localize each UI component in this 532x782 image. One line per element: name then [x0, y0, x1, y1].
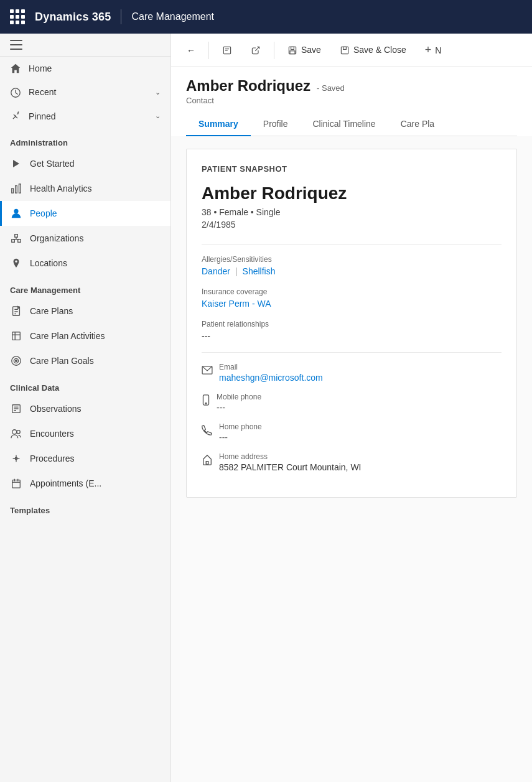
care-plans-icon — [10, 305, 22, 317]
tab-summary[interactable]: Summary — [186, 113, 251, 136]
save-close-label: Save & Close — [353, 45, 406, 55]
divider-2 — [202, 352, 502, 353]
email-value[interactable]: maheshgn@microsoft.com — [219, 373, 323, 383]
sidebar-item-get-started[interactable]: Get Started — [0, 151, 170, 176]
pinned-chevron-icon: ⌄ — [155, 112, 161, 120]
sidebar-item-pinned-label: Pinned — [29, 111, 56, 121]
home-address-label: Home address — [219, 452, 362, 461]
tab-care-plan[interactable]: Care Pla — [388, 113, 447, 136]
home-phone-value: --- — [219, 432, 262, 442]
svg-point-5 — [14, 209, 18, 213]
sidebar-item-organizations-label: Organizations — [30, 233, 83, 243]
sidebar-item-encounters-label: Encounters — [30, 429, 74, 439]
allergy-separator: | — [235, 266, 238, 276]
svg-rect-31 — [12, 480, 21, 488]
save-close-icon — [340, 45, 350, 55]
email-label: Email — [219, 363, 323, 371]
observations-icon — [10, 403, 22, 415]
save-button[interactable]: Save — [279, 40, 329, 60]
play-icon — [10, 157, 22, 170]
allergy-dander-link[interactable]: Dander — [202, 266, 230, 276]
location-icon — [10, 257, 22, 269]
home-address-details: Home address 8582 PALMITER Court Mountai… — [219, 452, 362, 472]
save-close-button[interactable]: Save & Close — [332, 40, 414, 60]
sidebar-item-recent[interactable]: Recent ⌄ — [0, 80, 170, 104]
svg-rect-7 — [15, 235, 18, 238]
sidebar-item-procedures-label: Procedures — [30, 454, 75, 463]
insurance-label: Insurance coverage — [202, 287, 502, 296]
care-mgmt-section-header: Care Management — [0, 276, 170, 299]
mobile-phone-details: Mobile phone --- — [217, 393, 261, 412]
new-button[interactable]: + N — [417, 39, 450, 61]
admin-section-header: Administration — [0, 128, 170, 151]
activities-icon — [10, 330, 22, 342]
appointments-icon — [10, 477, 22, 490]
home-phone-details: Home phone --- — [219, 422, 262, 442]
relationships-section: Patient relationships --- — [202, 320, 502, 341]
sidebar-item-pinned[interactable]: Pinned ⌄ — [0, 105, 170, 128]
sidebar-item-care-plans[interactable]: Care Plans — [0, 299, 170, 324]
tab-clinical-timeline[interactable]: Clinical Timeline — [301, 113, 388, 136]
home-phone-row: Home phone --- — [202, 422, 502, 442]
sidebar-item-home[interactable]: Home — [0, 57, 170, 80]
sidebar-item-people[interactable]: People — [0, 201, 170, 226]
patient-name-large: Amber Rodriquez — [202, 184, 502, 203]
open-external-button[interactable] — [243, 40, 269, 60]
insurance-value[interactable]: Kaiser Perm - WA — [202, 299, 271, 309]
email-details: Email maheshgn@microsoft.com — [219, 363, 323, 383]
command-bar: ← Save — [171, 34, 532, 67]
saved-badge: - Saved — [317, 83, 345, 93]
svg-point-27 — [17, 430, 20, 433]
back-button[interactable]: ← — [179, 41, 203, 60]
sidebar-item-home-label: Home — [29, 63, 52, 73]
sidebar-item-encounters[interactable]: Encounters — [0, 421, 170, 446]
page-title: Amber Rodriquez — [186, 77, 310, 95]
sidebar-item-organizations[interactable]: Organizations — [0, 226, 170, 251]
sidebar-item-observations-label: Observations — [30, 404, 81, 414]
sidebar-item-care-plan-activities-label: Care Plan Activities — [30, 331, 105, 341]
sidebar-item-care-plan-goals[interactable]: Care Plan Goals — [0, 348, 170, 373]
sidebar-item-procedures[interactable]: Procedures — [0, 446, 170, 471]
goals-icon — [10, 355, 22, 367]
save-icon — [287, 45, 297, 55]
sidebar-item-health-analytics[interactable]: Health Analytics — [0, 176, 170, 201]
form-icon — [222, 45, 232, 55]
sidebar-item-care-plans-label: Care Plans — [30, 306, 73, 316]
form-view-button[interactable] — [214, 40, 240, 60]
home-address-value: 8582 PALMITER Court Mountain, WI — [219, 462, 362, 472]
mobile-phone-icon — [202, 394, 210, 406]
sidebar-item-appointments[interactable]: Appointments (E... — [0, 471, 170, 496]
home-phone-icon — [202, 424, 213, 435]
sidebar-item-observations[interactable]: Observations — [0, 396, 170, 421]
module-title: Care Management — [131, 11, 214, 22]
svg-rect-16 — [12, 332, 21, 340]
sidebar-item-care-plan-activities[interactable]: Care Plan Activities — [0, 324, 170, 348]
clock-icon — [10, 86, 21, 98]
divider-1 — [202, 244, 502, 245]
svg-rect-41 — [341, 47, 348, 54]
sidebar-item-recent-label: Recent — [29, 87, 56, 97]
allergy-shellfish-link[interactable]: Shellfish — [243, 266, 276, 276]
tab-profile[interactable]: Profile — [251, 113, 301, 136]
app-launcher-icon[interactable] — [10, 9, 25, 24]
cmd-divider-1 — [208, 42, 209, 59]
top-navigation: Dynamics 365 Care Management — [0, 0, 532, 34]
svg-rect-46 — [206, 461, 208, 464]
relationships-label: Patient relationships — [202, 320, 502, 328]
tabs-row: Summary Profile Clinical Timeline Care P… — [186, 113, 517, 136]
page-title-row: Amber Rodriquez - Saved — [186, 77, 517, 95]
hamburger-menu-icon[interactable] — [10, 40, 22, 50]
home-icon — [10, 63, 21, 74]
sidebar-item-health-analytics-label: Health Analytics — [30, 184, 92, 193]
sidebar-item-people-label: People — [30, 208, 57, 218]
svg-rect-4 — [19, 184, 21, 193]
main-layout: Home Recent ⌄ Pinned ⌄ Administration Ge… — [0, 34, 532, 782]
clinical-data-section-header: Clinical Data — [0, 373, 170, 396]
home-phone-label: Home phone — [219, 422, 262, 431]
new-label: N — [435, 45, 441, 55]
content-scroll: Patient snapshot Amber Rodriquez 38 • Fe… — [171, 136, 532, 782]
svg-rect-2 — [12, 189, 14, 193]
nav-divider — [121, 9, 121, 24]
svg-rect-39 — [291, 47, 294, 50]
sidebar-item-locations[interactable]: Locations — [0, 251, 170, 276]
